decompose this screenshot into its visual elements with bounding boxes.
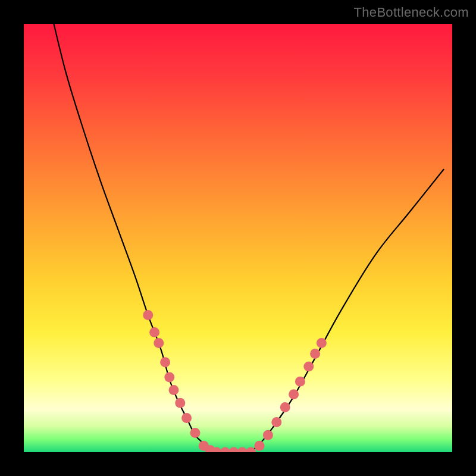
data-marker	[246, 447, 256, 453]
curve-group	[54, 24, 443, 452]
data-marker	[154, 338, 164, 348]
data-marker	[228, 447, 239, 453]
bottleneck-curve	[54, 24, 443, 452]
data-marker	[190, 428, 201, 438]
data-marker	[271, 417, 281, 427]
data-marker	[220, 447, 230, 453]
data-marker	[160, 357, 170, 367]
chart-frame: TheBottleneck.com	[0, 0, 476, 476]
data-marker	[263, 430, 273, 440]
data-marker	[255, 441, 265, 451]
data-marker	[280, 402, 290, 412]
watermark-text: TheBottleneck.com	[354, 5, 469, 20]
data-marker	[303, 362, 314, 372]
data-marker	[149, 327, 159, 337]
data-marker	[289, 389, 299, 399]
data-marker	[295, 377, 305, 387]
marker-group	[143, 310, 327, 452]
data-marker	[310, 349, 320, 359]
plot-area	[24, 24, 452, 452]
data-marker	[181, 413, 192, 423]
data-marker	[143, 310, 153, 320]
data-marker	[237, 447, 248, 453]
data-marker	[164, 372, 174, 383]
data-marker	[175, 398, 185, 408]
data-marker	[317, 338, 327, 348]
chart-svg	[24, 24, 452, 452]
data-marker	[169, 385, 179, 395]
